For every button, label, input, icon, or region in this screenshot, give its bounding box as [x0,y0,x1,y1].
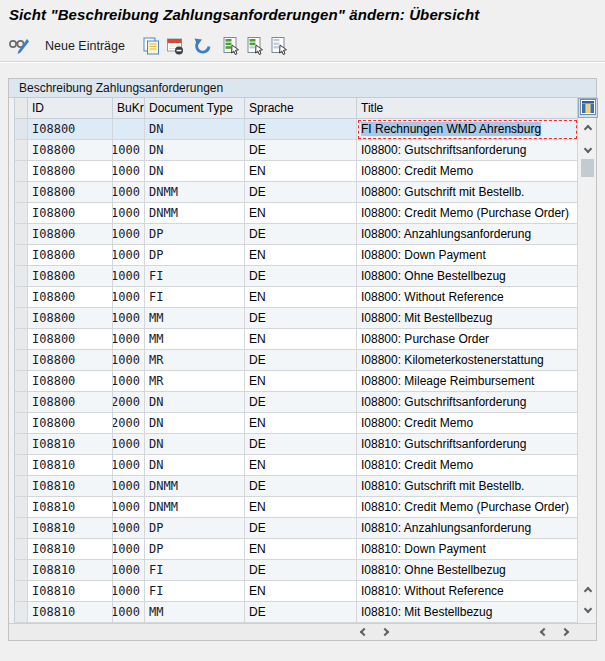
table-row[interactable]: I088001000DNENI08800: Credit Memo [14,161,578,182]
cell-doctype[interactable]: DNMM [145,203,245,224]
cell-title[interactable]: I08810: Down Payment [357,539,578,560]
table-row[interactable]: I088001000MRDEI08800: Kilometerkosteners… [14,350,578,371]
table-row[interactable]: I088001000DPENI08800: Down Payment [14,245,578,266]
cell-title[interactable]: I08800: Gutschriftsanforderung [357,392,578,413]
cell-bukr[interactable]: 1000 [113,203,145,224]
cell-doctype[interactable]: DNMM [145,497,245,518]
cell-id[interactable]: I08800 [28,413,113,434]
cell-doctype[interactable]: MM [145,329,245,350]
column-header-sprache[interactable]: Sprache [245,98,357,119]
cell-doctype[interactable]: MM [145,308,245,329]
row-selector[interactable] [14,140,28,161]
cell-bukr[interactable]: 1000 [113,434,145,455]
cell-id[interactable]: I08800 [28,245,113,266]
cell-bukr[interactable]: 2000 [113,392,145,413]
column-header-title[interactable]: Title [357,98,578,119]
column-header-id[interactable]: ID [28,98,113,119]
cell-id[interactable]: I08810 [28,434,113,455]
cell-doctype[interactable]: DP [145,224,245,245]
row-selector[interactable] [14,539,28,560]
cell-id[interactable]: I08800 [28,371,113,392]
table-row[interactable]: I088002000DNDEI08800: Gutschriftsanforde… [14,392,578,413]
cell-title[interactable]: I08800: Anzahlungsanforderung [357,224,578,245]
cell-bukr[interactable]: 1000 [113,308,145,329]
table-row[interactable]: I088001000FIDEI08800: Ohne Bestellbezug [14,266,578,287]
cell-doctype[interactable]: DN [145,161,245,182]
cell-bukr[interactable] [113,119,145,140]
cell-sprache[interactable]: DE [245,434,357,455]
table-row[interactable]: I088101000DPENI08810: Down Payment [14,539,578,560]
cell-doctype[interactable]: DN [145,140,245,161]
table-row[interactable]: I088101000FIENI08810: Without Reference [14,581,578,602]
table-row[interactable]: I088001000MMENI08800: Purchase Order [14,329,578,350]
table-row[interactable]: I088101000DNDEI08810: Gutschriftsanforde… [14,434,578,455]
cell-id[interactable]: I08800 [28,287,113,308]
cell-id[interactable]: I08800 [28,119,113,140]
row-selector[interactable] [14,518,28,539]
table-row[interactable]: I088001000DNMMDEI08800: Gutschrift mit B… [14,182,578,203]
cell-title[interactable]: I08800: Credit Memo [357,161,578,182]
table-row[interactable]: I088001000FIENI08800: Without Reference [14,287,578,308]
cell-bukr[interactable]: 1000 [113,371,145,392]
cell-title[interactable]: I08810: Anzahlungsanforderung [357,518,578,539]
cell-doctype[interactable]: DP [145,518,245,539]
cell-id[interactable]: I08800 [28,308,113,329]
cell-doctype[interactable]: DN [145,434,245,455]
cell-sprache[interactable]: DE [245,476,357,497]
table-row[interactable]: I088101000DPDEI08810: Anzahlungsanforder… [14,518,578,539]
cell-id[interactable]: I08800 [28,161,113,182]
cell-sprache[interactable]: EN [245,287,357,308]
cell-title[interactable]: I08800: Credit Memo [357,413,578,434]
cell-id[interactable]: I08800 [28,203,113,224]
table-row[interactable]: I088101000MMDEI08810: Mit Bestellbezug [14,602,578,623]
cell-id[interactable]: I08810 [28,476,113,497]
display-change-button[interactable] [7,34,31,58]
scroll-down-bottom-button[interactable] [580,601,596,617]
cell-bukr[interactable]: 1000 [113,224,145,245]
cell-id[interactable]: I08810 [28,518,113,539]
cell-bukr[interactable]: 1000 [113,329,145,350]
row-selector[interactable] [14,455,28,476]
cell-doctype[interactable]: DNMM [145,476,245,497]
cell-title[interactable]: I08810: Credit Memo [357,455,578,476]
cell-doctype[interactable]: DN [145,413,245,434]
undo-button[interactable] [191,34,215,58]
table-row[interactable]: I088101000DNMMENI08810: Credit Memo (Pur… [14,497,578,518]
cell-id[interactable]: I08800 [28,266,113,287]
cell-title[interactable]: I08800: Gutschrift mit Bestellb. [357,182,578,203]
table-row[interactable]: I088001000DPDEI08800: Anzahlungsanforder… [14,224,578,245]
cell-bukr[interactable]: 1000 [113,539,145,560]
cell-sprache[interactable]: EN [245,413,357,434]
cell-sprache[interactable]: EN [245,455,357,476]
row-selector[interactable] [14,182,28,203]
cell-id[interactable]: I08810 [28,560,113,581]
cell-doctype[interactable]: MR [145,371,245,392]
cell-sprache[interactable]: EN [245,371,357,392]
cell-id[interactable]: I08800 [28,224,113,245]
row-selector[interactable] [14,329,28,350]
cell-doctype[interactable]: DP [145,245,245,266]
cell-bukr[interactable]: 1000 [113,581,145,602]
cell-bukr[interactable]: 1000 [113,266,145,287]
cell-id[interactable]: I08810 [28,455,113,476]
cell-bukr[interactable]: 1000 [113,245,145,266]
cell-sprache[interactable]: DE [245,392,357,413]
vertical-scrollbar-thumb[interactable] [581,159,594,177]
row-selector[interactable] [14,287,28,308]
table-row[interactable]: I088101000DNMMDEI08810: Gutschrift mit B… [14,476,578,497]
row-selector[interactable] [14,245,28,266]
row-selector[interactable] [14,476,28,497]
select-block-button[interactable] [243,34,267,58]
select-all-button[interactable] [219,34,243,58]
cell-title[interactable]: I08800: Without Reference [357,287,578,308]
cell-title[interactable]: I08800: Mit Bestellbezug [357,308,578,329]
row-selector[interactable] [14,497,28,518]
cell-sprache[interactable]: EN [245,245,357,266]
cell-doctype[interactable]: DN [145,455,245,476]
table-row[interactable]: I088002000DNENI08800: Credit Memo [14,413,578,434]
cell-title[interactable]: I08800: Gutschriftsanforderung [357,140,578,161]
cell-sprache[interactable]: EN [245,497,357,518]
cell-sprache[interactable]: EN [245,329,357,350]
cell-doctype[interactable]: MR [145,350,245,371]
scroll-up-button[interactable] [580,121,596,137]
